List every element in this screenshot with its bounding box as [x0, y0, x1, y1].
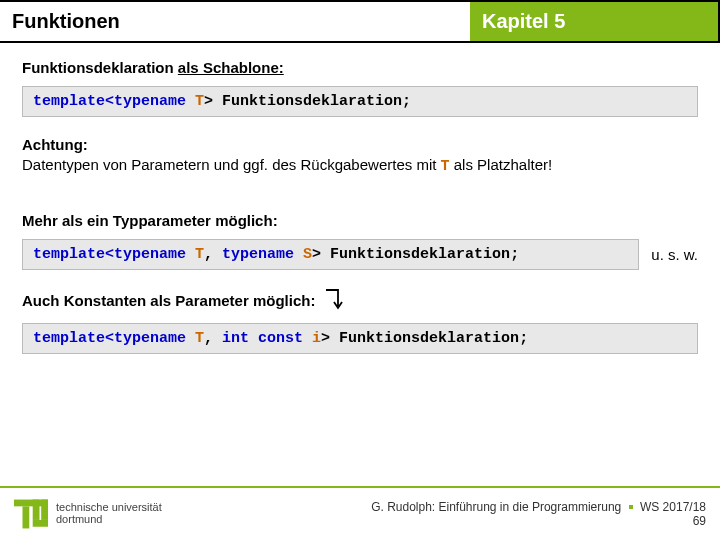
code3-tp2: i — [303, 330, 321, 347]
code2-kw1: template<typename — [33, 246, 186, 263]
note1-text-a: Datentypen von Parametern und ggf. des R… — [22, 156, 441, 173]
code2-tp1: T — [186, 246, 204, 263]
code-box-1: template<typename T> Funktionsdeklaratio… — [22, 86, 698, 117]
code1-typeparam: T — [186, 93, 204, 110]
section-title-3: Auch Konstanten als Parameter möglich: — [22, 288, 698, 317]
code-box-2: template<typename T, typename S> Funktio… — [22, 239, 639, 270]
slide-footer: technische universität dortmund G. Rudol… — [0, 486, 720, 540]
university-name: technische universität dortmund — [56, 502, 162, 525]
svg-rect-3 — [41, 500, 48, 520]
usw-label: u. s. w. — [651, 246, 698, 263]
code-row-2: template<typename T, typename S> Funktio… — [22, 239, 698, 270]
slide-header: Funktionen Kapitel 5 — [0, 0, 720, 43]
footer-right: G. Rudolph: Einführung in die Programmie… — [371, 500, 706, 528]
code2-kw2: typename — [222, 246, 294, 263]
note1-typeparam: T — [441, 158, 450, 175]
code1-keyword: template<typename — [33, 93, 186, 110]
code3-kw1: template<typename — [33, 330, 186, 347]
page-number: 69 — [371, 514, 706, 528]
note1-text-b: als Platzhalter! — [450, 156, 553, 173]
code3-tp1: T — [186, 330, 204, 347]
code2-tp2: S — [294, 246, 312, 263]
arrow-down-icon — [324, 288, 344, 317]
header-chapter: Kapitel 5 — [470, 0, 720, 43]
svg-rect-4 — [33, 520, 48, 527]
svg-rect-1 — [23, 506, 30, 528]
separator-dot-icon — [629, 505, 633, 509]
uni-line2: dortmund — [56, 513, 102, 525]
section-title-1: Funktionsdeklaration als Schablone: — [22, 59, 698, 76]
code2-comma1: , — [204, 246, 222, 263]
note-achtung: Achtung: Datentypen von Parametern und g… — [22, 135, 698, 178]
slide-content: Funktionsdeklaration als Schablone: temp… — [0, 43, 720, 354]
header-topic: Funktionen — [0, 0, 470, 43]
uni-line1: technische universität — [56, 501, 162, 513]
section1-underlined: als Schablone: — [178, 59, 284, 76]
code2-rest: > Funktionsdeklaration; — [312, 246, 519, 263]
code3-kw2: int const — [222, 330, 303, 347]
code-box-3: template<typename T, int const i> Funkti… — [22, 323, 698, 354]
section-title-2: Mehr als ein Typparameter möglich: — [22, 212, 698, 229]
svg-rect-2 — [33, 500, 40, 520]
university-logo: technische universität dortmund — [14, 499, 162, 529]
note1-label: Achtung: — [22, 136, 88, 153]
code3-rest: > Funktionsdeklaration; — [321, 330, 528, 347]
tu-logo-icon — [14, 499, 48, 529]
section1-prefix: Funktionsdeklaration — [22, 59, 178, 76]
footer-credit: G. Rudolph: Einführung in die Programmie… — [371, 500, 621, 514]
section3-text: Auch Konstanten als Parameter möglich: — [22, 292, 315, 309]
code3-comma1: , — [204, 330, 222, 347]
footer-term: WS 2017/18 — [640, 500, 706, 514]
code1-rest: > Funktionsdeklaration; — [204, 93, 411, 110]
